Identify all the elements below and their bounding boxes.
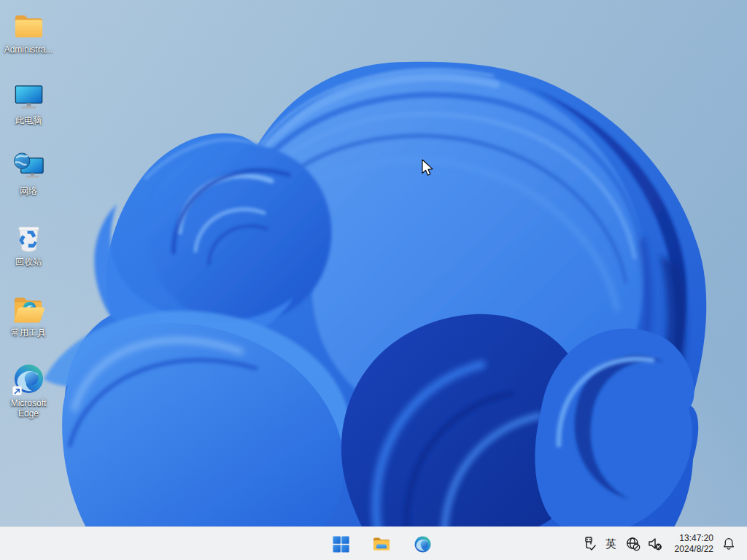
- usb-safely-remove-icon[interactable]: [580, 527, 599, 560]
- network-globe-monitor-icon: [12, 150, 46, 184]
- monitor-icon: [12, 79, 46, 114]
- icon-label: 回收站: [15, 257, 42, 267]
- icon-label: Administra...: [4, 44, 53, 55]
- folder-icon: [372, 534, 391, 553]
- windows-logo-icon: [332, 535, 350, 553]
- clock-date: 2024/8/22: [675, 544, 713, 555]
- edge-button[interactable]: [408, 529, 437, 559]
- file-explorer-button[interactable]: [367, 529, 396, 559]
- ime-label: 英: [602, 537, 621, 551]
- clock-time: 13:47:20: [675, 533, 713, 544]
- icon-label: 网络: [20, 186, 37, 196]
- taskbar: 英 13:47:20 2024/8/: [0, 526, 747, 560]
- icon-label: Microsoft Edge: [1, 398, 56, 419]
- desktop-icon-common-tools[interactable]: 常用工具: [0, 292, 57, 359]
- taskbar-center-buttons: [326, 527, 437, 560]
- start-button[interactable]: [326, 529, 355, 559]
- open-folder-tools-icon: [12, 292, 46, 326]
- system-tray: 英 13:47:20 2024/8/: [577, 527, 740, 560]
- bell-icon: [721, 537, 736, 551]
- edge-icon: [12, 362, 46, 397]
- wallpaper-bloom: [0, 0, 747, 560]
- taskbar-clock[interactable]: 13:47:20 2024/8/22: [672, 533, 716, 555]
- volume-muted-icon[interactable]: [646, 527, 665, 560]
- icon-label: 常用工具: [11, 327, 46, 338]
- desktop-icon-network[interactable]: 网络: [0, 150, 57, 217]
- desktop: Administra... 此电脑 网络: [0, 0, 747, 560]
- desktop-icon-administrator-folder[interactable]: Administra...: [0, 9, 57, 76]
- folder-icon: [12, 9, 46, 43]
- notification-bell-button[interactable]: [718, 527, 740, 560]
- recycle-bin-icon: [12, 221, 46, 255]
- icon-label: 此电脑: [15, 115, 42, 125]
- edge-swirl-icon: [414, 535, 432, 553]
- ime-indicator[interactable]: 英: [602, 527, 621, 560]
- desktop-icon-recycle-bin[interactable]: 回收站: [0, 221, 57, 288]
- desktop-icon-this-pc[interactable]: 此电脑: [0, 79, 57, 147]
- network-disconnected-icon[interactable]: [624, 527, 643, 560]
- desktop-icon-microsoft-edge[interactable]: Microsoft Edge: [0, 362, 57, 429]
